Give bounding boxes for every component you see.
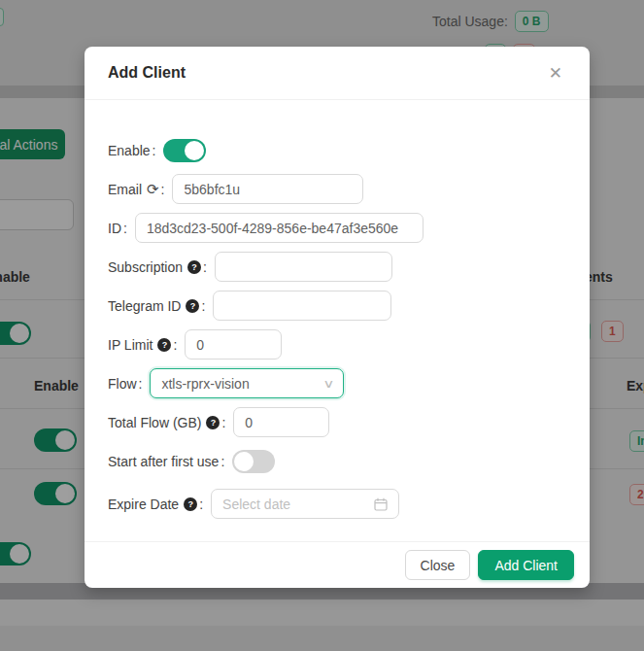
total-flow-label: Total Flow (GB) ? : bbox=[108, 415, 233, 430]
flow-row: Flow: xtls-rprx-vision ∨ bbox=[108, 368, 566, 398]
add-client-button[interactable]: Add Client bbox=[478, 550, 574, 580]
question-icon[interactable]: ? bbox=[184, 497, 197, 511]
ip-limit-label: IP Limit ? : bbox=[108, 337, 185, 353]
flow-label: Flow: bbox=[108, 376, 150, 392]
email-field[interactable] bbox=[172, 174, 363, 204]
expire-date-picker[interactable]: Select date bbox=[211, 489, 399, 519]
email-label: Email ⟳ : bbox=[108, 182, 172, 197]
enable-row: Enable: bbox=[108, 135, 566, 165]
question-icon[interactable]: ? bbox=[157, 338, 171, 352]
question-icon[interactable]: ? bbox=[206, 416, 220, 429]
ip-limit-field[interactable] bbox=[185, 329, 282, 360]
total-flow-row: Total Flow (GB) ? : bbox=[108, 407, 566, 437]
sync-icon[interactable]: ⟳ bbox=[147, 182, 159, 196]
question-icon[interactable]: ? bbox=[186, 299, 199, 313]
id-row: ID: bbox=[108, 213, 566, 243]
expire-date-row: Expire Date ? : Select date bbox=[108, 489, 566, 519]
flow-select[interactable]: xtls-rprx-vision ∨ bbox=[150, 368, 344, 398]
start-after-first-use-label: Start after first use: bbox=[108, 454, 232, 469]
modal-title: Add Client bbox=[108, 64, 545, 82]
start-after-first-use-row: Start after first use: bbox=[108, 446, 566, 476]
modal-body: Enable: Email ⟳ : ID: Subscription ? : bbox=[85, 100, 590, 519]
question-icon[interactable]: ? bbox=[187, 260, 201, 274]
id-field[interactable] bbox=[135, 213, 424, 243]
telegram-id-row: Telegram ID ? : bbox=[108, 291, 566, 321]
close-button[interactable]: Close bbox=[405, 550, 471, 580]
ip-limit-row: IP Limit ? : bbox=[108, 329, 566, 360]
telegram-id-label: Telegram ID ? : bbox=[108, 298, 213, 314]
total-flow-field[interactable] bbox=[233, 407, 329, 437]
add-client-modal: Add Client ✕ Enable: Email ⟳ : ID: bbox=[85, 47, 590, 588]
expire-date-label: Expire Date ? : bbox=[108, 497, 211, 512]
subscription-label: Subscription ? : bbox=[108, 259, 215, 275]
enable-label: Enable: bbox=[108, 143, 163, 158]
email-row: Email ⟳ : bbox=[108, 174, 566, 204]
chevron-down-icon: ∨ bbox=[322, 377, 334, 391]
modal-header: Add Client ✕ bbox=[85, 47, 590, 100]
subscription-row: Subscription ? : bbox=[108, 252, 566, 282]
subscription-field[interactable] bbox=[215, 252, 392, 282]
id-label: ID: bbox=[108, 221, 135, 236]
calendar-icon bbox=[374, 497, 388, 511]
modal-footer: Close Add Client bbox=[85, 541, 590, 588]
expire-date-placeholder: Select date bbox=[222, 497, 374, 512]
start-after-first-use-toggle[interactable] bbox=[232, 450, 275, 473]
close-icon[interactable]: ✕ bbox=[545, 61, 566, 86]
flow-selected-value: xtls-rprx-vision bbox=[161, 376, 323, 392]
enable-toggle[interactable] bbox=[163, 139, 206, 162]
telegram-id-field[interactable] bbox=[213, 291, 391, 321]
